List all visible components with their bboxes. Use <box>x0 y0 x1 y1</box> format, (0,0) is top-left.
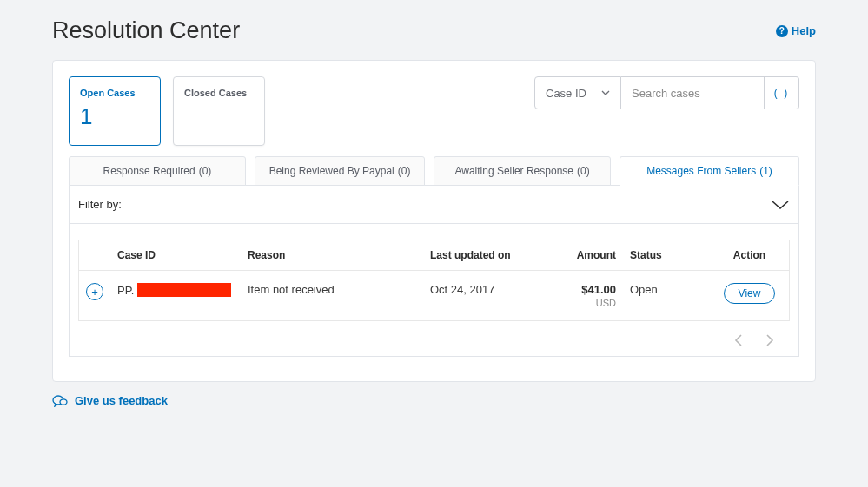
tab-count: (0) <box>577 165 590 177</box>
col-date: Last updated on <box>423 240 536 271</box>
tile-open-label: Open Cases <box>80 88 149 98</box>
search-button-glyph: ( ) <box>774 87 789 99</box>
chevron-down-icon <box>601 90 610 95</box>
search-type-label: Case ID <box>546 87 586 100</box>
plus-icon: + <box>91 286 98 298</box>
cell-amount: $41.00 <box>581 283 616 296</box>
tab-response-required[interactable]: Response Required (0) <box>69 156 246 186</box>
search-group: Case ID ( ) <box>534 76 799 109</box>
search-type-select[interactable]: Case ID <box>534 76 621 109</box>
case-id-redacted <box>137 283 231 297</box>
tab-count: (0) <box>199 165 212 177</box>
feedback-row: Give us feedback <box>52 394 816 407</box>
pager-next[interactable] <box>765 333 774 347</box>
filter-label: Filter by: <box>78 198 122 211</box>
col-action: Action <box>710 240 790 271</box>
chat-icon <box>52 395 68 407</box>
case-id-prefix: PP. <box>117 284 134 297</box>
expand-row-button[interactable]: + <box>86 283 103 300</box>
col-reason: Reason <box>241 240 423 271</box>
tab-count: (0) <box>398 165 411 177</box>
tile-closed-label: Closed Cases <box>184 88 254 98</box>
filter-toggle[interactable] <box>771 200 790 210</box>
help-link[interactable]: ? Help <box>776 24 816 37</box>
tile-closed-cases[interactable]: Closed Cases <box>173 76 265 146</box>
cell-currency: USD <box>543 298 616 308</box>
tab-label: Awaiting Seller Response <box>454 165 573 177</box>
col-caseid: Case ID <box>110 240 241 271</box>
tab-panel: Filter by: Case ID Reason Last updated o… <box>69 185 799 357</box>
cell-status: Open <box>623 271 710 321</box>
tab-label: Response Required <box>103 165 195 177</box>
table-wrap: Case ID Reason Last updated on Amount St… <box>70 224 798 356</box>
tab-being-reviewed[interactable]: Being Reviewed By Paypal (0) <box>255 156 425 186</box>
svg-point-1 <box>60 398 67 404</box>
help-icon: ? <box>776 25 788 37</box>
cases-table: Case ID Reason Last updated on Amount St… <box>78 240 790 321</box>
tab-count: (1) <box>759 165 772 177</box>
tab-label: Messages From Sellers <box>646 165 756 177</box>
cell-last-updated: Oct 24, 2017 <box>423 271 536 321</box>
tile-open-cases[interactable]: Open Cases 1 <box>69 76 161 146</box>
tab-label: Being Reviewed By Paypal <box>269 165 394 177</box>
feedback-link[interactable]: Give us feedback <box>75 394 168 407</box>
col-expand <box>79 240 111 271</box>
tile-open-count: 1 <box>80 103 149 130</box>
view-button[interactable]: View <box>724 283 776 304</box>
page-title: Resolution Center <box>52 17 240 44</box>
search-input[interactable] <box>621 76 765 109</box>
col-status: Status <box>623 240 710 271</box>
col-amount: Amount <box>536 240 623 271</box>
pager-prev[interactable] <box>734 333 743 347</box>
search-button[interactable]: ( ) <box>765 76 799 109</box>
tab-messages-sellers[interactable]: Messages From Sellers (1) <box>620 156 799 186</box>
cell-reason: Item not received <box>241 271 423 321</box>
pager <box>78 321 790 356</box>
filter-bar: Filter by: <box>70 185 798 224</box>
case-tiles: Open Cases 1 Closed Cases <box>69 76 265 146</box>
tabs-row: Response Required (0) Being Reviewed By … <box>69 156 799 186</box>
tab-awaiting-seller[interactable]: Awaiting Seller Response (0) <box>434 156 611 186</box>
help-label: Help <box>792 24 816 37</box>
main-card: Open Cases 1 Closed Cases Case ID ( ) <box>52 60 816 382</box>
table-row: + PP. Item not received Oct 24, 2017 <box>79 271 790 321</box>
